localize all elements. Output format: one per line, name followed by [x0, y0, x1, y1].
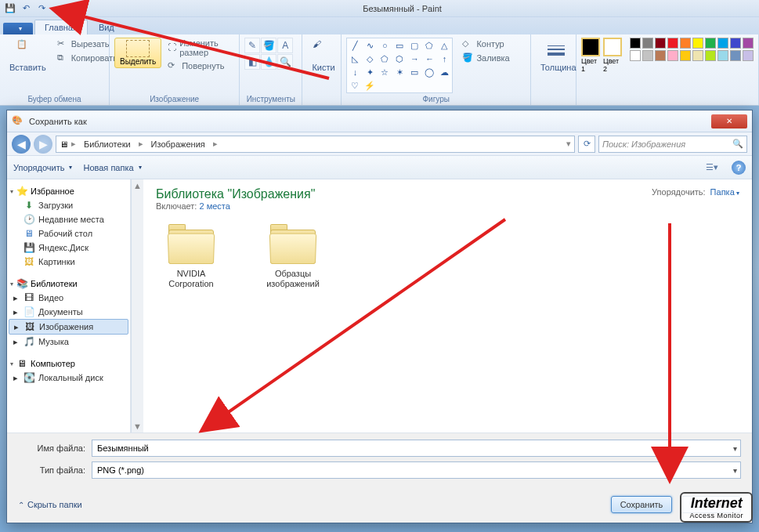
palette-color[interactable] — [667, 38, 678, 49]
palette-color[interactable] — [642, 50, 653, 61]
hide-folders-button[interactable]: Скрыть папки — [18, 500, 82, 509]
shape-polygon-icon[interactable]: ⬠ — [422, 39, 436, 52]
tab-view[interactable]: Вид — [89, 20, 124, 34]
tree-recent[interactable]: 🕑Недавние места — [9, 212, 128, 226]
text-tool[interactable]: A — [277, 38, 293, 53]
tree-documents[interactable]: ▸📄Документы — [9, 305, 128, 319]
eraser-tool[interactable]: ◧ — [244, 54, 260, 70]
tree-images[interactable]: ▸🖼Изображения — [9, 319, 128, 335]
shape-triangle-icon[interactable]: △ — [437, 39, 451, 52]
palette-color[interactable] — [667, 50, 678, 61]
palette-color[interactable] — [743, 50, 754, 61]
palette-color[interactable] — [642, 38, 653, 49]
shape-uarrow-icon[interactable]: ↑ — [437, 52, 451, 65]
palette-color[interactable] — [692, 38, 703, 49]
qat-save-icon[interactable]: 💾 — [3, 2, 17, 16]
color2-button[interactable]: Цвет 2 — [603, 38, 622, 73]
palette-color[interactable] — [630, 38, 641, 49]
files-area[interactable]: NVIDIA Corporation Образцы изображений — [143, 214, 752, 432]
palette-color[interactable] — [730, 50, 741, 61]
shape-4star-icon[interactable]: ✦ — [363, 66, 377, 78]
tree-downloads[interactable]: ⬇Загрузки — [9, 198, 128, 212]
size-button[interactable]: Толщина — [536, 38, 581, 74]
pencil-tool[interactable]: ✎ — [244, 38, 260, 53]
breadcrumb-dropdown-icon[interactable]: ▾ — [566, 139, 571, 149]
palette-color[interactable] — [630, 50, 641, 61]
folder-nvidia[interactable]: NVIDIA Corporation — [156, 223, 226, 289]
tree-favorites[interactable]: ▾⭐Избранное — [9, 184, 128, 198]
filetype-select[interactable]: PNG (*.png)▾ — [92, 461, 741, 479]
tab-home[interactable]: Главная — [34, 20, 88, 34]
tree-video[interactable]: ▸🎞Видео — [9, 291, 128, 305]
shape-diamond-icon[interactable]: ◇ — [363, 52, 377, 65]
breadcrumb-pictures[interactable]: Изображения — [146, 139, 210, 149]
fill-button[interactable]: 🪣Заливка — [459, 52, 512, 64]
tree-yadisk[interactable]: 💾Яндекс.Диск — [9, 241, 128, 255]
zoom-tool[interactable]: 🔍 — [277, 54, 293, 70]
nav-forward-button[interactable]: ▶ — [34, 135, 52, 154]
tree-libraries[interactable]: ▾📚Библиотеки — [9, 277, 128, 291]
shape-callout-rr-icon[interactable]: ▭ — [407, 66, 421, 78]
shape-hexagon-icon[interactable]: ⬡ — [392, 52, 407, 65]
refresh-button[interactable]: ⟳ — [578, 136, 595, 153]
shape-larrow-icon[interactable]: ← — [422, 52, 436, 65]
outline-button[interactable]: ◇Контур — [459, 38, 512, 50]
resize-button[interactable]: ⛶Изменить размер — [164, 38, 234, 58]
brush-button[interactable]: 🖌 Кисти — [307, 38, 339, 74]
shape-heart-icon[interactable]: ♡ — [348, 79, 362, 92]
shape-pentagon-icon[interactable]: ⬠ — [378, 52, 392, 65]
help-button[interactable]: ? — [732, 161, 746, 175]
shape-line-icon[interactable]: ╱ — [348, 39, 362, 52]
palette-color[interactable] — [680, 38, 691, 49]
rotate-button[interactable]: ⟳Повернуть — [164, 60, 234, 72]
fill-tool[interactable]: 🪣 — [261, 38, 276, 53]
shape-oval-icon[interactable]: ○ — [378, 39, 392, 52]
shape-curve-icon[interactable]: ∿ — [363, 39, 377, 52]
library-places-link[interactable]: 2 места — [199, 201, 230, 211]
tree-music[interactable]: ▸🎵Музыка — [9, 335, 128, 349]
palette-color[interactable] — [717, 38, 728, 49]
palette-color[interactable] — [655, 50, 666, 61]
shape-5star-icon[interactable]: ☆ — [378, 66, 392, 78]
filetype-dropdown-icon[interactable]: ▾ — [733, 466, 737, 475]
palette-color[interactable] — [692, 50, 703, 61]
qat-redo-icon[interactable]: ↷ — [34, 2, 49, 16]
shape-rarrow-icon[interactable]: → — [407, 52, 421, 65]
shape-lightning-icon[interactable]: ⚡ — [363, 79, 377, 92]
picker-tool[interactable]: 💧 — [261, 54, 276, 70]
palette-color[interactable] — [730, 38, 741, 49]
palette-color[interactable] — [705, 38, 716, 49]
tree-localdisk[interactable]: ▸💽Локальный диск — [9, 371, 128, 385]
filename-dropdown-icon[interactable]: ▾ — [733, 444, 737, 453]
organize-button[interactable]: Упорядочить — [13, 163, 72, 172]
close-button[interactable]: ✕ — [711, 114, 747, 128]
qat-undo-icon[interactable]: ↶ — [19, 2, 33, 16]
tree-pictures-fav[interactable]: 🖼Картинки — [9, 255, 128, 269]
shape-callout-cloud-icon[interactable]: ☁ — [437, 66, 451, 78]
shape-rect-icon[interactable]: ▭ — [392, 39, 407, 52]
palette-color[interactable] — [655, 38, 666, 49]
sort-dropdown[interactable]: Папка — [710, 187, 739, 197]
color1-button[interactable]: Цвет 1 — [581, 38, 600, 73]
tree-desktop[interactable]: 🖥Рабочий стол — [9, 226, 128, 241]
folder-samples[interactable]: Образцы изображений — [258, 223, 328, 289]
breadcrumb[interactable]: 🖥▸ Библиотеки▸ Изображения▸ ▾ — [56, 136, 575, 153]
shape-rtriangle-icon[interactable]: ◺ — [348, 52, 362, 65]
shape-gallery[interactable]: ╱∿○▭▢⬠△ ◺◇⬠⬡→←↑ ↓✦☆✶▭◯☁ ♡⚡ — [346, 38, 453, 93]
breadcrumb-home-icon[interactable]: 🖥 — [60, 139, 68, 149]
palette-color[interactable] — [680, 50, 691, 61]
shape-roundrect-icon[interactable]: ▢ — [407, 39, 421, 52]
tree-computer[interactable]: ▾🖥Компьютер — [9, 356, 128, 371]
shape-callout-oval-icon[interactable]: ◯ — [422, 66, 436, 78]
filename-input[interactable]: Безымянный▾ — [92, 440, 741, 457]
shape-darrow-icon[interactable]: ↓ — [348, 66, 362, 78]
search-input[interactable]: Поиск: Изображения 🔍 — [598, 136, 747, 153]
palette-color[interactable] — [705, 50, 716, 61]
palette-color[interactable] — [717, 50, 728, 61]
shape-6star-icon[interactable]: ✶ — [392, 66, 407, 78]
nav-back-button[interactable]: ◀ — [12, 135, 31, 154]
palette-color[interactable] — [743, 38, 754, 49]
new-folder-button[interactable]: Новая папка — [83, 163, 141, 172]
select-button[interactable]: Выделить — [114, 38, 161, 68]
save-button[interactable]: Сохранить — [611, 496, 672, 513]
